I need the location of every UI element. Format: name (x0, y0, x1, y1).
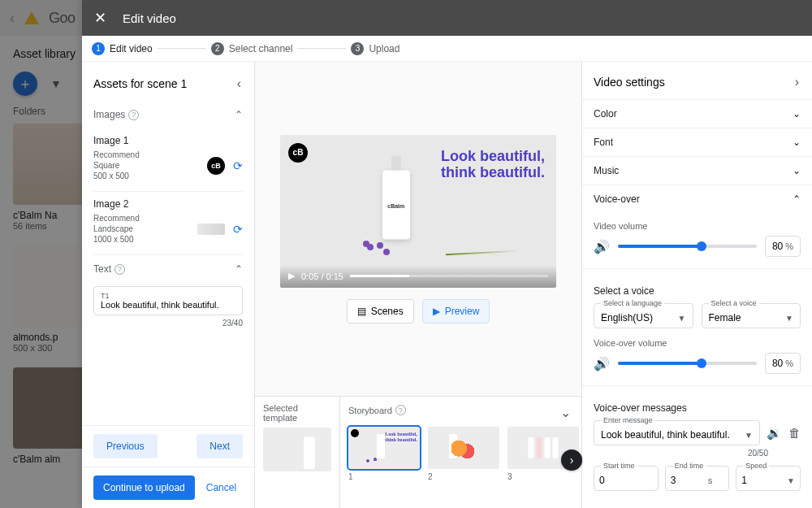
play-icon[interactable]: ▶ (288, 271, 295, 281)
dialog-body: Assets for scene 1 ‹ Images ? ⌃ Image 1 … (82, 62, 812, 508)
message-label: Enter message (601, 416, 655, 424)
storyboard-frame-1[interactable]: Look beautiful,think beautiful. 1 (348, 427, 420, 481)
section-font[interactable]: Font ⌄ (582, 128, 812, 157)
video-controls: ▶ 0:05 / 0:15 (280, 265, 556, 288)
chevron-down-icon: ⌄ (793, 108, 801, 119)
continue-button[interactable]: Continue to upload (93, 475, 195, 500)
sb1-logo-icon (351, 429, 359, 437)
step-connector (297, 48, 346, 49)
storyboard-label: Storyboard (348, 406, 392, 415)
image2-thumb[interactable] (197, 224, 225, 235)
chevron-down-icon: ⌄ (793, 165, 801, 176)
voice-select[interactable]: Select a voice Female ▼ (702, 303, 801, 328)
storyboard-next-icon[interactable]: › (561, 449, 582, 471)
help-icon[interactable]: ? (395, 405, 406, 415)
delete-icon[interactable]: 🗑 (788, 426, 801, 440)
template-thumbnail[interactable] (263, 428, 331, 471)
lavender-stem-icon (446, 250, 519, 255)
volume-icon[interactable]: 🔊 (594, 239, 610, 254)
storyboard-frame-2[interactable]: 2 (428, 427, 499, 481)
step-select-channel[interactable]: 2 Select channel (211, 42, 293, 55)
image1-thumb[interactable]: cB (207, 157, 225, 175)
images-section-header[interactable]: Images ? ⌃ (93, 101, 243, 128)
scenes-icon: ▤ (357, 306, 366, 317)
swap-icon[interactable]: ⟳ (233, 223, 243, 236)
previous-button[interactable]: Previous (93, 434, 158, 458)
text-section-header[interactable]: Text ? ⌃ (93, 255, 243, 283)
video-seek-bar[interactable] (350, 275, 548, 277)
dropdown-arrow-icon: ▼ (678, 314, 686, 323)
sb-number: 2 (428, 472, 499, 481)
assets-scroll: Images ? ⌃ Image 1 Recommend Square 500 … (82, 101, 254, 425)
volume-value: 80 (772, 241, 783, 252)
settings-header[interactable]: Video settings › (582, 62, 812, 100)
message-input[interactable]: Enter message Look beautiful, think beau… (594, 420, 760, 445)
step-label: Select channel (229, 43, 293, 54)
seconds-suffix: s (708, 475, 713, 485)
step-number-icon: 2 (211, 42, 224, 55)
vo-volume-label: Voice-over volume (594, 338, 801, 348)
preview-label: Preview (445, 306, 480, 317)
select-voice-title: Select a voice (594, 285, 801, 297)
start-label: Start time (601, 462, 637, 470)
vo-volume-slider[interactable] (618, 362, 757, 365)
assets-panel-title: Assets for scene 1 (93, 77, 187, 90)
preview-button[interactable]: ▶ Preview (422, 299, 490, 323)
image-slot-2: Image 2 Recommend Landscape 1000 x 500 ⟳ (93, 192, 243, 255)
messages-title: Voice-over messages (594, 402, 801, 414)
collapse-left-icon[interactable]: ‹ (235, 75, 243, 93)
section-color[interactable]: Color ⌄ (582, 100, 812, 128)
assets-panel: Assets for scene 1 ‹ Images ? ⌃ Image 1 … (82, 62, 255, 508)
step-edit-video[interactable]: 1 Edit video (92, 42, 153, 55)
video-frame[interactable]: cB cBalm Look beautiful, think beautiful… (280, 135, 556, 288)
storyboard-row: Look beautiful,think beautiful. 1 2 (348, 427, 579, 481)
video-volume-label: Video volume (594, 221, 801, 231)
swap-icon[interactable]: ⟳ (233, 159, 243, 172)
dropdown-arrow-icon: ▼ (785, 314, 793, 323)
next-button[interactable]: Next (197, 434, 243, 458)
language-value: English(US) (601, 312, 653, 323)
edit-video-dialog: ✕ Edit video 1 Edit video 2 Select chann… (82, 0, 812, 508)
section-label: Music (594, 165, 619, 176)
sb-number: 3 (508, 472, 579, 481)
help-icon[interactable]: ? (128, 110, 139, 120)
stepper: 1 Edit video 2 Select channel 3 Upload (82, 36, 812, 62)
dropdown-arrow-icon: ▼ (745, 431, 753, 440)
dropdown-arrow-icon: ▼ (787, 476, 795, 485)
rec-line: Recommend (93, 150, 140, 160)
selected-template-label: Selected template (263, 403, 331, 423)
start-time-input[interactable]: Start time 0 (594, 466, 659, 491)
selected-template-pane: Selected template (255, 397, 340, 508)
play-icon: ▶ (433, 306, 440, 317)
step-connector (158, 48, 206, 49)
chevron-down-icon[interactable]: ⌄ (559, 403, 572, 422)
message-counter: 20/50 (594, 449, 768, 458)
chevron-down-icon: ⌄ (793, 137, 801, 148)
cancel-button[interactable]: Cancel (206, 482, 236, 493)
end-time-input[interactable]: End time 3 s (665, 466, 730, 491)
preview-buttons: ▤ Scenes ▶ Preview (347, 299, 490, 323)
vo-volume-input[interactable]: 80% (765, 353, 801, 374)
language-select[interactable]: Select a language English(US) ▼ (594, 303, 693, 328)
section-voice-over[interactable]: Voice-over ⌃ (582, 185, 812, 213)
step-upload[interactable]: 3 Upload (351, 42, 400, 55)
sb3-bottles (529, 437, 559, 458)
t1-label: T1 (101, 292, 235, 300)
video-volume-slider[interactable] (618, 245, 757, 248)
section-music[interactable]: Music ⌄ (582, 157, 812, 185)
end-value: 3 (671, 475, 676, 486)
speed-label: Speed (743, 462, 769, 470)
play-voice-icon[interactable]: 🔉 (767, 426, 782, 441)
close-icon[interactable]: ✕ (89, 7, 111, 29)
image1-recommend: Recommend Square 500 x 500 (93, 150, 140, 181)
speed-select[interactable]: Speed 1 ▼ (736, 466, 801, 491)
section-label: Font (594, 137, 613, 148)
help-icon[interactable]: ? (114, 264, 125, 275)
scenes-button[interactable]: ▤ Scenes (347, 299, 414, 323)
video-volume-input[interactable]: 80% (765, 236, 801, 257)
section-label: Voice-over (594, 193, 640, 205)
volume-icon[interactable]: 🔊 (594, 356, 610, 371)
start-value: 0 (599, 475, 605, 486)
sb2-fruit (451, 441, 476, 460)
t1-input[interactable]: T1 Look beautiful, think beautiful. (93, 286, 243, 315)
